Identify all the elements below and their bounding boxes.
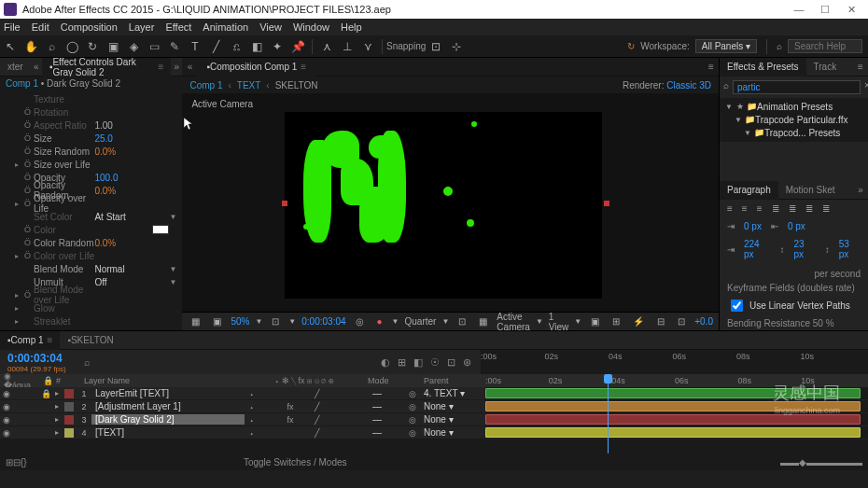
ep-menu-icon[interactable]: ≡	[853, 62, 868, 72]
renderer-dropdown[interactable]: Classic 3D	[666, 80, 711, 91]
menu-animation[interactable]: Animation	[203, 21, 248, 33]
exposure-field[interactable]: +0.0	[694, 316, 713, 327]
zoom-dropdown[interactable]: 50%	[231, 316, 249, 327]
panel-menu-icon[interactable]: ≡	[704, 62, 719, 72]
next-tab-icon[interactable]: »	[171, 62, 182, 72]
menu-file[interactable]: File	[4, 21, 21, 33]
tl-frame-blend-icon[interactable]: ◧	[413, 356, 423, 369]
tab-paragraph[interactable]: Paragraph	[720, 181, 778, 200]
align-right-icon[interactable]: ≡	[757, 203, 763, 214]
fast-prev-icon[interactable]: ⚡	[629, 316, 648, 327]
zoom-slider[interactable]: ▬▬◆▬▬▬▬▬▬	[780, 457, 862, 467]
tl-collapse-icon[interactable]: ⊟	[13, 457, 21, 467]
indent-right-field[interactable]: 0 px	[788, 221, 805, 231]
tree-animation-presets[interactable]: ▼★📁Animation Presets	[721, 100, 866, 113]
hand-tool-icon[interactable]: ✋	[21, 36, 41, 57]
views-dropdown[interactable]: 1 View	[549, 312, 569, 332]
flowchart-icon[interactable]: ⊡	[674, 316, 689, 327]
channel-icon[interactable]: ●	[373, 316, 386, 327]
current-time-field[interactable]: 0:00:03:04	[7, 352, 67, 365]
tl-fx-icon[interactable]: ⊞	[398, 356, 406, 369]
type-tool-icon[interactable]: T	[185, 36, 205, 57]
justify-left-icon[interactable]: ≣	[772, 203, 779, 214]
space-after-field[interactable]: 53 px	[839, 239, 861, 259]
workspace-sync-icon[interactable]: ↻	[627, 41, 635, 51]
close-button[interactable]: ✕	[838, 4, 864, 16]
comp-nav-skelton[interactable]: SKELTON	[275, 80, 318, 91]
snap2-icon[interactable]: ⊹	[446, 36, 467, 57]
indent-first-field[interactable]: 224 px	[744, 239, 771, 259]
tl-motion-blur-icon[interactable]: ☉	[430, 356, 440, 369]
mask-icon[interactable]: ▣	[209, 316, 225, 327]
axis3-tool-icon[interactable]: ⋎	[357, 36, 378, 57]
pen-tool-icon[interactable]: ✎	[164, 36, 185, 57]
tl-graph-icon[interactable]: ⊡	[447, 356, 455, 369]
view-opt-icon[interactable]: ▣	[587, 316, 603, 327]
tab-composition[interactable]: ▪ Composition Comp 1 ≡	[197, 58, 315, 77]
prop-size[interactable]: ÖSize25.0	[0, 132, 182, 145]
eraser-tool-icon[interactable]: ◧	[246, 36, 267, 57]
prop-size-over-life[interactable]: ▸ÖSize over Life	[0, 158, 182, 171]
menu-view[interactable]: View	[259, 21, 282, 33]
prop-glow[interactable]: ▸Glow	[0, 301, 182, 314]
comp-prev-icon[interactable]: «	[182, 62, 197, 72]
indent-left-field[interactable]: 0 px	[744, 221, 762, 231]
prop-aspect-ratio[interactable]: ÖAspect Ratio1.00	[0, 119, 182, 132]
axis-tool-icon[interactable]: ⋏	[316, 36, 337, 57]
align-center-icon[interactable]: ≡	[742, 203, 748, 214]
minimize-button[interactable]: —	[786, 4, 812, 15]
toggle-switches-button[interactable]: Toggle Switches / Modes	[244, 457, 347, 467]
prop-color-over-life[interactable]: ▸ÖColor over Life	[0, 249, 182, 262]
visibility-toggle[interactable]: ◉	[0, 389, 13, 398]
tl-expand-icon[interactable]: ⊞	[6, 457, 13, 467]
playhead-line[interactable]	[608, 374, 609, 453]
workspace-dropdown[interactable]: All Panels ▾	[695, 39, 757, 53]
layer-handle-right[interactable]	[604, 201, 609, 206]
prop-opacity-over-life[interactable]: ▸ÖOpacity over Life	[0, 197, 182, 210]
tab-tracker[interactable]: Track	[806, 58, 845, 77]
comp-nav-text[interactable]: TEXT	[237, 80, 261, 91]
prop-texture[interactable]: Texture	[0, 92, 182, 105]
rotate-tool-icon[interactable]: ↻	[82, 36, 103, 57]
tl-brainstorm-icon[interactable]: ⊛	[463, 356, 471, 369]
camera-dropdown[interactable]: Active Camera	[497, 312, 530, 332]
tl-shy-icon[interactable]: ◐	[381, 356, 390, 369]
breadcrumb-comp[interactable]: Comp 1	[6, 78, 38, 89]
menu-edit[interactable]: Edit	[32, 21, 49, 33]
prop-color-random[interactable]: ÖColor Random0.0%	[0, 236, 182, 249]
tab-effect-controls[interactable]: ▪ Effect Controls Dark Gray Solid 2 ≡	[42, 58, 171, 77]
layer-bar-3[interactable]	[485, 414, 861, 425]
prop-streaklet[interactable]: ▸Streaklet	[0, 314, 182, 328]
clone-tool-icon[interactable]: ⎌	[226, 36, 246, 57]
layer-bar-4[interactable]	[485, 427, 861, 438]
tree-trapcode-particular-ffx[interactable]: ▼📁Trapcode Particular.ffx	[721, 113, 866, 126]
clear-search-icon[interactable]: ×	[864, 80, 868, 94]
tab-effects-presets[interactable]: Effects & Presets	[720, 58, 806, 77]
selection-tool-icon[interactable]: ↖	[0, 36, 21, 57]
roi-icon[interactable]: ⊡	[455, 316, 469, 327]
prop-size-random[interactable]: ÖSize Random0.0%	[0, 145, 182, 158]
zoom-tool-icon[interactable]: ⌕	[41, 36, 62, 57]
menu-help[interactable]: Help	[341, 21, 362, 33]
visibility-toggle[interactable]: ◉	[0, 402, 13, 411]
snapping-label[interactable]: Snapping	[386, 41, 426, 51]
panel-menu-icon[interactable]: »	[853, 185, 868, 195]
snapshot-icon[interactable]: ◎	[352, 316, 368, 327]
grid-icon[interactable]: ▦	[188, 316, 203, 327]
res-menu-icon[interactable]: ⊡	[268, 316, 283, 327]
camera-tool-icon[interactable]: ▣	[103, 36, 123, 57]
menu-effect[interactable]: Effect	[165, 21, 191, 33]
tab-character[interactable]: xter	[0, 58, 31, 77]
tl-search-icon[interactable]: ⌕	[84, 356, 91, 368]
menu-composition[interactable]: Composition	[61, 21, 118, 33]
transparency-icon[interactable]: ▦	[475, 316, 491, 327]
timeline-icon[interactable]: ⊟	[653, 316, 668, 327]
align-left-icon[interactable]: ≡	[727, 203, 733, 214]
layer-name-header[interactable]: Layer Name	[80, 376, 271, 385]
timecode-field[interactable]: 0:00:03:04	[301, 316, 345, 327]
viewport[interactable]: Active Camera	[182, 93, 719, 312]
justify-all-icon[interactable]: ≣	[822, 203, 830, 214]
prop-color[interactable]: ÖColor	[0, 223, 182, 236]
timeline-tab-comp1[interactable]: ▪ Comp 1 ≡	[0, 331, 60, 350]
snap-icon[interactable]: ⊡	[426, 36, 446, 57]
